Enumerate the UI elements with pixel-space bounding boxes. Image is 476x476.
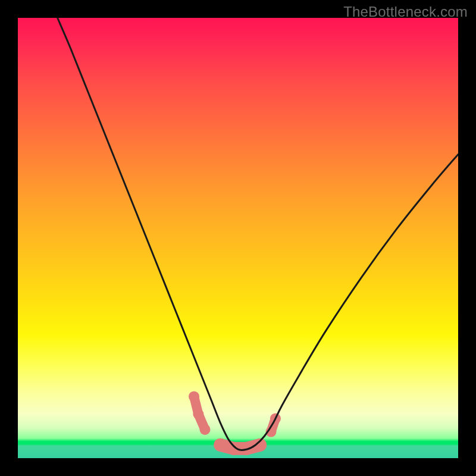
marker-cluster bbox=[189, 391, 281, 455]
bottleneck-curve bbox=[58, 18, 458, 450]
chart-frame: TheBottleneck.com bbox=[0, 0, 476, 476]
curve-layer bbox=[18, 18, 458, 458]
plot-area bbox=[18, 18, 458, 458]
